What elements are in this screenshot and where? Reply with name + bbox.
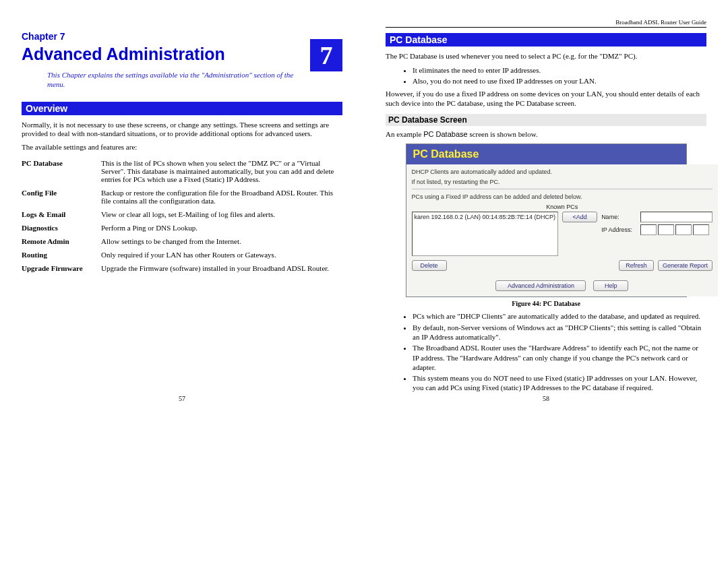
chapter-title: Advanced Administration xyxy=(22,44,342,64)
ui-note-line: DHCP Clients are automatically added and… xyxy=(412,168,713,176)
ui-panel-title: PC Database xyxy=(406,144,686,164)
ip-field-label: IP Address: xyxy=(601,226,638,233)
ip-octet-input[interactable] xyxy=(675,224,692,235)
section-pcdb-heading: PC Database xyxy=(386,33,706,46)
list-item: It eliminates the need to enter IP addre… xyxy=(413,65,706,75)
page-number-left: 57 xyxy=(179,395,185,402)
feature-desc: Backup or restore the configuration file… xyxy=(101,186,342,208)
page-number-right: 58 xyxy=(543,395,549,402)
list-item: PCs which are "DHCP Clients" are automat… xyxy=(413,311,706,321)
feature-desc: Only required if your LAN has other Rout… xyxy=(101,248,342,261)
ui-note-line: PCs using a Fixed IP address can be adde… xyxy=(412,193,713,201)
ip-octet-input[interactable] xyxy=(658,224,674,235)
table-row: Config FileBackup or restore the configu… xyxy=(22,186,342,208)
table-row: Logs & EmailView or clear all logs, set … xyxy=(22,208,342,221)
pcdb-screenshot: PC Database DHCP Clients are automatical… xyxy=(406,144,687,298)
table-row: DiagnosticsPerform a Ping or DNS Lookup. xyxy=(22,221,342,235)
pcdb-notes-list: PCs which are "DHCP Clients" are automat… xyxy=(386,311,706,392)
feature-name: PC Database xyxy=(22,156,101,186)
list-item: By default, non-Server versions of Windo… xyxy=(413,323,706,342)
feature-name: Upgrade Firmware xyxy=(22,261,101,275)
delete-button[interactable]: Delete xyxy=(412,260,447,271)
figure-caption: Figure 44: PC Database xyxy=(386,300,706,307)
ui-known-pcs-label: Known PCs xyxy=(412,204,713,210)
generate-report-button[interactable]: Generate Report xyxy=(658,260,712,271)
pcdb-however: However, if you do use a fixed IP addres… xyxy=(386,90,706,108)
name-field-label: Name: xyxy=(601,214,638,220)
feature-desc: Upgrade the Firmware (software) installe… xyxy=(101,261,342,275)
feature-name: Logs & Email xyxy=(22,208,101,221)
overview-intro: Normally, it is not necessary to use the… xyxy=(22,121,342,139)
known-pcs-listbox[interactable]: karen 192.168.0.2 (LAN) 00:14:85:2B:7E:1… xyxy=(412,212,559,256)
refresh-button[interactable]: Refresh xyxy=(619,260,654,271)
list-item: This system means you do NOT need to use… xyxy=(413,373,706,393)
chapter-number-badge: 7 xyxy=(310,39,342,71)
list-item: The Broadband ADSL Router uses the "Hard… xyxy=(413,343,706,372)
overview-available-line: The available settings and features are: xyxy=(22,143,342,152)
chapter-abstract: This Chapter explains the settings avail… xyxy=(47,71,297,90)
feature-name: Config File xyxy=(22,186,101,208)
feature-name: Remote Admin xyxy=(22,235,101,248)
list-item: Also, you do not need to use fixed IP ad… xyxy=(413,76,706,86)
pcdb-example-line: An example PC Database screen is shown b… xyxy=(386,130,706,139)
feature-desc: Perform a Ping or DNS Lookup. xyxy=(101,221,342,235)
features-table: PC DatabaseThis is the list of PCs shown… xyxy=(22,156,342,275)
advanced-admin-button[interactable]: Advanced Administration xyxy=(495,280,586,291)
table-row: Remote AdminAllow settings to be changed… xyxy=(22,235,342,248)
feature-name: Diagnostics xyxy=(22,221,101,235)
feature-name: Routing xyxy=(22,248,101,261)
pcdb-screen-subheading: PC Database Screen xyxy=(386,114,706,126)
ip-octet-input[interactable] xyxy=(640,224,657,235)
section-overview-heading: Overview xyxy=(22,102,342,115)
feature-desc: Allow settings to be changed from the In… xyxy=(101,235,342,248)
running-header-right: Broadband ADSL Router User Guide xyxy=(386,19,706,28)
feature-desc: View or clear all logs, set E-Mailing of… xyxy=(101,208,342,221)
help-button[interactable]: Help xyxy=(593,280,628,291)
chapter-label: Chapter 7 xyxy=(22,31,342,42)
name-input[interactable] xyxy=(640,212,712,222)
add-button[interactable]: <Add xyxy=(562,212,597,222)
feature-desc: This is the list of PCs shown when you s… xyxy=(101,156,342,186)
ui-divider xyxy=(412,189,713,189)
ip-octet-input[interactable] xyxy=(693,224,709,235)
pcdb-benefit-list: It eliminates the need to enter IP addre… xyxy=(386,65,706,86)
table-row: PC DatabaseThis is the list of PCs shown… xyxy=(22,156,342,186)
pcdb-intro: The PC Database is used whenever you nee… xyxy=(386,52,706,61)
ui-note-line: If not listed, try restarting the PC. xyxy=(412,179,713,186)
table-row: Upgrade FirmwareUpgrade the Firmware (so… xyxy=(22,261,342,275)
table-row: RoutingOnly required if your LAN has oth… xyxy=(22,248,342,261)
